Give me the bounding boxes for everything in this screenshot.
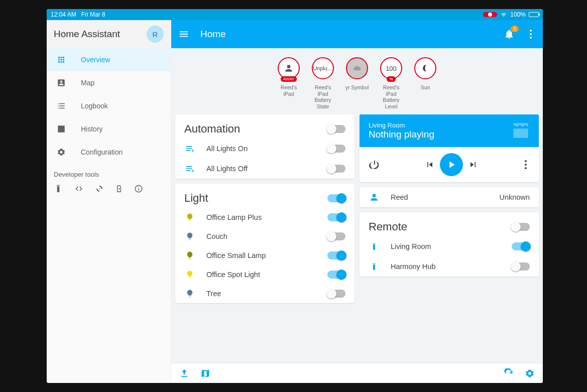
light-row[interactable]: Office Lamp Plus [175,208,355,227]
light-switch[interactable] [327,213,345,221]
badge-yr-symbol[interactable]: yr Symbol [343,57,371,109]
badge-label: Reed's iPad [275,84,302,97]
dev-template-icon[interactable] [74,184,84,194]
wifi-icon [500,12,507,18]
bulb-icon [184,232,195,241]
remote-row[interactable]: Harmony Hub [360,256,539,277]
media-overflow-menu[interactable] [525,164,527,166]
light-card: Light Office Lamp Plus Couch Office Smal… [175,184,355,303]
account-box-icon [56,78,67,87]
recording-indicator [483,12,497,17]
remote-master-switch[interactable] [512,223,530,231]
card-title: Remote [369,220,512,233]
light-switch[interactable] [327,232,345,240]
sidebar-item-label: Overview [81,56,110,64]
badge-label: Reed's iPad Battery Level [378,84,405,109]
person-row[interactable]: Reed Unknown [360,187,539,207]
automation-switch[interactable] [327,145,345,153]
media-room: Living Room [369,121,530,129]
sidebar-item-label: Map [81,79,94,87]
row-label: Harmony Hub [391,263,501,271]
automation-switch[interactable] [327,165,345,173]
dev-mqtt-icon[interactable] [95,184,104,194]
settings-icon[interactable] [525,368,535,378]
dev-info-icon[interactable] [134,184,143,194]
light-switch[interactable] [327,251,345,259]
sidebar: Home Assistant R Overview Map Logbook [47,20,171,383]
gear-icon [56,148,67,157]
power-icon[interactable] [369,159,381,170]
remote-switch[interactable] [512,242,530,250]
badge-sub: % [387,76,395,82]
sidebar-item-label: Configuration [81,148,123,156]
user-avatar[interactable]: R [147,26,164,43]
remote-icon [369,262,380,272]
upload-icon[interactable] [179,368,189,378]
light-master-switch[interactable] [327,194,345,202]
status-bar: 12:04 AM Fri Mar 8 100% [47,9,543,20]
row-label: Office Spot Light [206,271,316,279]
notifications-button[interactable]: 6 [504,29,515,40]
media-header[interactable]: Living Room Nothing playing [360,114,539,147]
badge-text: 100 [386,65,397,72]
tablet-frame: 12:04 AM Fri Mar 8 100% Home Assistant R… [47,9,543,383]
badge-text: Unplu… [313,65,333,71]
automation-row[interactable]: All Lights On [175,139,355,159]
badge-battery-level[interactable]: 100 % Reed's iPad Battery Level [378,57,405,109]
appbar-title: Home [200,29,226,40]
sidebar-item-history[interactable]: History [47,117,171,141]
svg-point-2 [138,187,139,188]
row-label: All Lights On [206,145,316,153]
remote-row[interactable]: Living Room [360,236,539,256]
automation-icon [184,164,195,174]
bulb-icon [184,270,195,279]
row-label: All Lights Off [206,165,316,173]
badge-label: Sun [421,84,430,91]
refresh-icon[interactable] [504,368,514,378]
automation-card: Automation All Lights On All Lights Off [175,114,355,179]
sidebar-item-logbook[interactable]: Logbook [47,94,171,117]
sidebar-item-map[interactable]: Map [47,71,171,94]
media-title: Nothing playing [369,129,530,140]
dev-remote-icon[interactable] [54,184,63,194]
status-date: Fri Mar 8 [81,11,105,18]
sidebar-item-overview[interactable]: Overview [47,48,171,71]
sidebar-item-label: History [81,125,103,133]
badge-reeds-ipad[interactable]: AWAY Reed's iPad [275,57,302,109]
remote-switch[interactable] [512,263,530,271]
skip-previous-icon[interactable] [424,160,436,170]
menu-icon[interactable] [178,29,189,40]
media-card: Living Room Nothing playing [360,114,539,182]
dev-services-icon[interactable] [115,184,123,194]
badge-label: Reed's iPad Battery State [309,84,336,109]
sidebar-header: Home Assistant R [47,20,171,48]
map-icon[interactable] [200,368,210,378]
row-label: Office Small Lamp [206,251,316,259]
light-switch[interactable] [327,290,345,298]
automation-row[interactable]: All Lights Off [175,159,355,179]
row-label: Couch [206,232,316,240]
bulb-icon [184,289,195,298]
light-row[interactable]: Couch [175,227,355,246]
badge-battery-state[interactable]: Unplu… Reed's iPad Battery State [309,57,336,109]
appbar-overflow-menu[interactable] [530,33,532,35]
row-label: Tree [206,290,316,298]
light-row[interactable]: Office Small Lamp [175,246,355,265]
automation-icon [184,144,195,154]
main-area: Home 6 AWAY Reed's iPad Unplu… [171,20,543,383]
skip-next-icon[interactable] [467,160,479,170]
badge-row: AWAY Reed's iPad Unplu… Reed's iPad Batt… [171,48,543,114]
play-button[interactable] [440,153,463,176]
badge-sun[interactable]: Sun [412,57,439,109]
light-row[interactable]: Tree [175,284,355,303]
row-label: Office Lamp Plus [206,213,316,221]
sidebar-item-configuration[interactable]: Configuration [47,141,171,164]
badge-sub: AWAY [281,76,297,82]
bulb-icon [184,213,195,222]
light-switch[interactable] [327,271,345,279]
notification-count: 6 [511,26,519,32]
status-time: 12:04 AM [51,11,76,18]
light-row[interactable]: Office Spot Light [175,265,355,284]
person-icon [369,192,380,202]
automation-master-switch[interactable] [327,125,345,133]
